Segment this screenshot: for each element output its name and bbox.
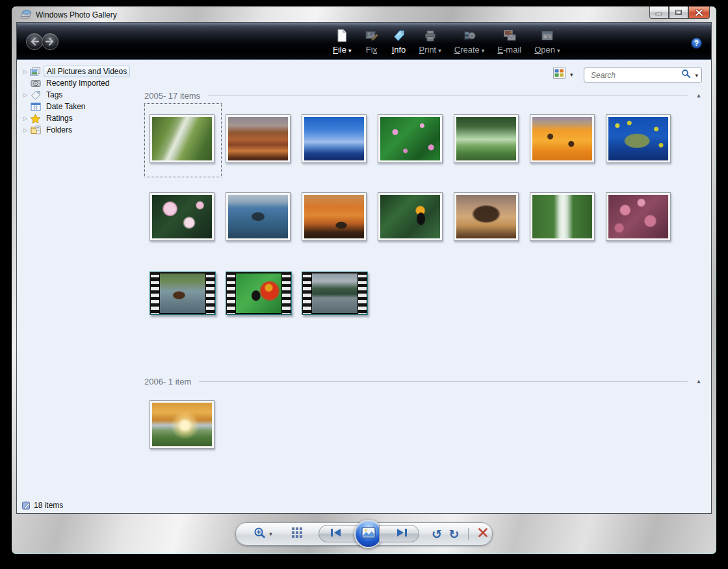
thumbnail-winterleaves[interactable]	[606, 192, 682, 241]
thumbnail-creek[interactable]	[150, 114, 226, 163]
toolbar-item-print[interactable]: Print▾	[413, 26, 448, 56]
minimize-button[interactable]	[649, 6, 669, 19]
search-dropdown-icon[interactable]: ▾	[695, 72, 698, 79]
photo-image	[456, 195, 516, 238]
expander-arrow-icon[interactable]: ▷	[21, 127, 30, 133]
filmstrip-edge	[358, 273, 367, 314]
next-icon	[396, 528, 408, 540]
fix-icon	[365, 27, 379, 43]
photo-frame	[530, 114, 595, 163]
group-label: 2005- 17 items	[144, 91, 200, 101]
thumbnail-autumn[interactable]	[150, 400, 226, 449]
group-divider	[208, 95, 688, 96]
sidebar-item-date-taken[interactable]: Date Taken	[21, 101, 144, 112]
maximize-button[interactable]	[669, 6, 688, 19]
table-of-contents-icon[interactable]	[22, 501, 31, 510]
collapse-group-button[interactable]: ▲	[694, 92, 703, 99]
thumbnail-turtle[interactable]	[606, 114, 682, 163]
folder-icon	[30, 125, 41, 135]
titlebar: Windows Photo Gallery	[12, 6, 716, 23]
group-divider	[199, 381, 688, 382]
collapse-group-button[interactable]: ▲	[694, 378, 703, 385]
thumbnail-toucan[interactable]	[378, 192, 454, 241]
sidebar-item-tags[interactable]: ▷Tags	[21, 89, 144, 101]
previous-icon	[330, 528, 342, 540]
thumbnail-view-button[interactable]	[287, 524, 307, 544]
sidebar-item-recently-imported[interactable]: Recently Imported	[21, 77, 144, 89]
magnifier-plus-icon	[254, 527, 266, 542]
photo-frame	[454, 192, 519, 241]
photo-frame	[378, 192, 443, 241]
video-still-image	[311, 273, 358, 314]
sidebar-item-label: Date Taken	[44, 101, 88, 112]
chevron-down-icon: ▾	[269, 531, 272, 537]
delete-button[interactable]	[474, 524, 492, 544]
previous-button[interactable]	[318, 525, 359, 542]
toolbar-item-info[interactable]: Info	[385, 26, 413, 56]
back-button[interactable]	[26, 33, 43, 50]
app-icon	[20, 10, 31, 19]
thumbnail-lake[interactable]	[302, 272, 378, 318]
photo-frame	[454, 114, 519, 163]
rotate-clockwise-button[interactable]: ↻	[445, 524, 463, 544]
toolbar-item-fix[interactable]: Fix	[358, 26, 385, 56]
filmstrip-edge	[206, 273, 214, 314]
view-options-button[interactable]: ▾	[553, 68, 573, 81]
forward-button[interactable]	[42, 33, 58, 50]
window-title: Windows Photo Gallery	[36, 10, 117, 19]
thumbnail-forest[interactable]	[454, 114, 530, 163]
expander-arrow-icon[interactable]: ▷	[21, 92, 30, 98]
sidebar-item-label: Recently Imported	[44, 78, 112, 88]
statusbar: 18 items	[22, 501, 63, 510]
chevron-down-icon: ▾	[570, 71, 573, 78]
toolbar-item-file[interactable]: File▾	[326, 26, 358, 56]
photo-image	[608, 195, 668, 238]
toolbar-item-label: File▾	[333, 45, 352, 55]
thumbnail-dock[interactable]	[302, 114, 378, 163]
sidebar-item-folders[interactable]: ▷Folders	[21, 124, 144, 136]
search-input[interactable]	[590, 70, 681, 81]
toolbar-item-email[interactable]: E-mail	[491, 26, 528, 56]
video-still-image	[235, 273, 282, 314]
thumbnail-desert[interactable]	[226, 114, 302, 163]
thumbnail-bear[interactable]	[150, 272, 226, 318]
expander-arrow-icon[interactable]: ▷	[21, 69, 30, 75]
next-button[interactable]	[379, 525, 419, 542]
toolbar-item-label: Create▾	[454, 45, 485, 55]
thumbnail-tree[interactable]	[454, 192, 530, 241]
thumbnail-waterfall[interactable]	[530, 192, 606, 241]
filmstrip-edge	[227, 273, 235, 314]
content-area: ▷All Pictures and VideosRecently Importe…	[17, 60, 711, 513]
gallery-group: 2006- 1 item▲	[144, 376, 703, 478]
thumbnail-frangipani[interactable]	[150, 192, 226, 241]
search-box[interactable]: ▾	[584, 68, 702, 82]
photo-frame	[302, 192, 367, 241]
camera-icon	[30, 79, 41, 88]
rotate-counterclockwise-button[interactable]: ↺	[428, 524, 446, 544]
thumbnail-grid	[144, 114, 684, 347]
help-button[interactable]: ?	[691, 38, 702, 49]
sidebar-item-ratings[interactable]: ▷Ratings	[21, 112, 144, 124]
calendar-icon	[30, 102, 41, 112]
filmstrip-edge	[303, 273, 311, 314]
thumbnail-whale[interactable]	[226, 192, 302, 241]
thumbnail-view-icon	[553, 68, 566, 81]
navigation-buttons	[26, 33, 58, 50]
thumbnail-garden[interactable]	[530, 114, 606, 163]
toolbar-item-create[interactable]: Create▾	[448, 26, 491, 56]
toolbar-item-label: Print▾	[419, 45, 441, 55]
photo-image	[152, 403, 212, 446]
filmstrip-edge	[151, 273, 159, 314]
sidebar-item-all-pictures-and-videos[interactable]: ▷All Pictures and Videos	[21, 66, 144, 77]
control-bar: ▾	[235, 522, 493, 546]
group-header: 2006- 1 item▲	[144, 376, 703, 386]
chevron-down-icon: ▾	[348, 47, 352, 54]
close-button[interactable]	[688, 6, 710, 19]
thumbnail-butterfly[interactable]	[226, 272, 302, 318]
thumbnail-forestflowers[interactable]	[378, 114, 454, 163]
toolbar: File▾FixInfoPrint▾Create▾E-mailOpen▾ ?	[17, 23, 711, 60]
zoom-button[interactable]: ▾	[250, 524, 276, 544]
toolbar-item-open[interactable]: Open▾	[528, 26, 566, 56]
thumbnail-oryx[interactable]	[302, 192, 378, 241]
expander-arrow-icon[interactable]: ▷	[21, 116, 30, 121]
